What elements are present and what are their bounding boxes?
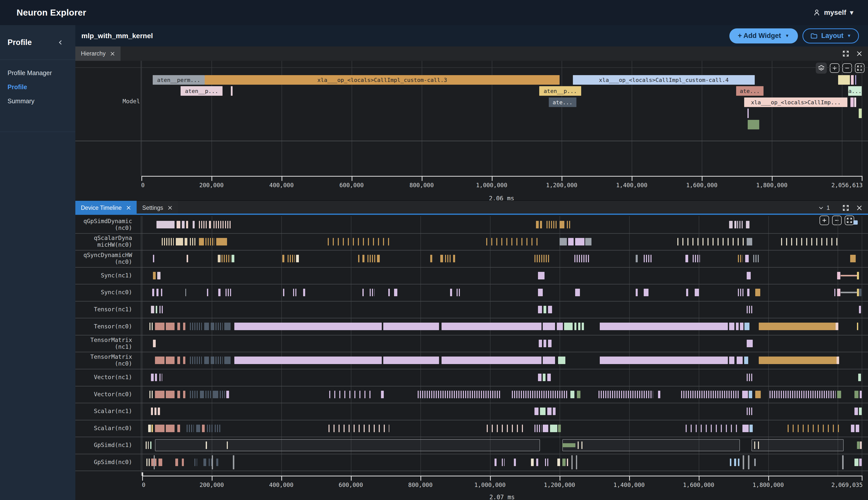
- timeline-event[interactable]: [548, 306, 552, 313]
- timeline-event[interactable]: [148, 425, 151, 432]
- timeline-event[interactable]: [377, 255, 380, 262]
- timeline-event[interactable]: [837, 356, 839, 364]
- timeline-event[interactable]: [749, 391, 752, 398]
- tab-settings[interactable]: Settings: [137, 201, 178, 215]
- zoom-out-button[interactable]: [832, 216, 842, 225]
- timeline-event[interactable]: [224, 322, 231, 330]
- timeline-event[interactable]: [183, 391, 185, 398]
- timeline-event[interactable]: [199, 238, 204, 246]
- timeline-event[interactable]: [854, 408, 858, 415]
- timeline-event[interactable]: [282, 255, 284, 262]
- timeline-event[interactable]: [747, 238, 752, 246]
- timeline-event[interactable]: [744, 322, 749, 330]
- timeline-event[interactable]: [576, 455, 577, 469]
- timeline-event[interactable]: [759, 322, 836, 330]
- timeline-event[interactable]: [154, 408, 157, 415]
- timeline-event[interactable]: [196, 425, 200, 432]
- timeline-event[interactable]: [186, 221, 188, 228]
- timeline-event[interactable]: [328, 238, 389, 246]
- timeline-event[interactable]: [837, 272, 841, 280]
- timeline-event[interactable]: [190, 356, 202, 364]
- timeline-event[interactable]: [575, 322, 576, 330]
- timeline-event[interactable]: [160, 374, 162, 381]
- timeline-bar[interactable]: [854, 98, 856, 107]
- timeline-event[interactable]: [177, 356, 180, 364]
- timeline-event[interactable]: [850, 255, 856, 262]
- timeline-event[interactable]: [539, 340, 542, 347]
- timeline-event[interactable]: [149, 391, 153, 398]
- collapse-rows-control[interactable]: 1: [818, 204, 830, 211]
- fit-view-button[interactable]: [845, 216, 854, 225]
- timeline-event[interactable]: [204, 322, 209, 330]
- timeline-event[interactable]: [859, 306, 861, 313]
- timeline-event[interactable]: [183, 356, 185, 364]
- timeline-bar[interactable]: xla___op_<locals>CallImp...: [744, 98, 847, 107]
- timeline-event[interactable]: [859, 289, 861, 296]
- timeline-event[interactable]: [729, 356, 734, 364]
- timeline-event[interactable]: [540, 221, 542, 228]
- timeline-bar[interactable]: [748, 109, 749, 118]
- timeline-event[interactable]: [543, 356, 555, 364]
- timeline-event[interactable]: [182, 221, 185, 228]
- timeline-event[interactable]: [150, 442, 152, 449]
- timeline-event[interactable]: [738, 458, 739, 466]
- timeline-event[interactable]: [600, 322, 728, 330]
- expand-panel-icon[interactable]: [842, 205, 849, 211]
- timeline-event[interactable]: [199, 221, 207, 228]
- timeline-event[interactable]: [736, 322, 739, 330]
- timeline-event[interactable]: [546, 221, 557, 228]
- user-menu[interactable]: myself ▼: [813, 9, 854, 16]
- timeline-event[interactable]: [190, 391, 198, 398]
- timeline-event[interactable]: [859, 458, 862, 466]
- timeline-bar[interactable]: [855, 75, 856, 85]
- timeline-event[interactable]: [578, 442, 579, 449]
- layers-icon[interactable]: [816, 62, 827, 73]
- timeline-event[interactable]: [183, 322, 185, 330]
- timeline-event[interactable]: [166, 425, 175, 432]
- tab-device-timeline[interactable]: Device Timeline: [76, 201, 137, 215]
- timeline-event[interactable]: [206, 391, 211, 398]
- timeline-event[interactable]: [582, 322, 584, 330]
- timeline-event[interactable]: [227, 442, 228, 449]
- timeline-bar[interactable]: xla___op_<locals>CallImpl_custom-call.3: [205, 75, 559, 85]
- timeline-event[interactable]: [155, 356, 164, 364]
- timeline-event[interactable]: [636, 255, 638, 262]
- timeline-event[interactable]: [681, 391, 740, 398]
- timeline-event[interactable]: [538, 306, 542, 313]
- timeline-event[interactable]: [860, 442, 862, 449]
- timeline-event[interactable]: [557, 458, 560, 466]
- timeline-event[interactable]: [557, 322, 563, 330]
- timeline-event[interactable]: [441, 322, 541, 330]
- timeline-event[interactable]: [538, 374, 542, 381]
- timeline-event[interactable]: [514, 458, 516, 466]
- timeline-event[interactable]: [216, 356, 223, 364]
- timeline-event[interactable]: [644, 289, 648, 296]
- timeline-event[interactable]: [575, 255, 589, 262]
- timeline-event[interactable]: [213, 391, 218, 398]
- timeline-event[interactable]: [166, 391, 175, 398]
- timeline-event[interactable]: [857, 289, 859, 296]
- timeline-event[interactable]: [543, 322, 555, 330]
- timeline-event[interactable]: [216, 458, 218, 466]
- timeline-event[interactable]: [729, 221, 733, 228]
- timeline-event[interactable]: [225, 289, 232, 296]
- timeline-event[interactable]: [187, 425, 194, 432]
- timeline-event[interactable]: [685, 255, 688, 262]
- timeline-event[interactable]: [544, 340, 546, 347]
- scrollbar-thumb[interactable]: [854, 220, 858, 225]
- timeline-event[interactable]: [857, 442, 860, 449]
- timeline-event[interactable]: [747, 340, 753, 347]
- timeline-event[interactable]: [755, 391, 761, 398]
- sidebar-item-profile-manager[interactable]: Profile Manager: [0, 66, 76, 80]
- timeline-event[interactable]: [636, 289, 638, 296]
- timeline-event[interactable]: [456, 289, 461, 296]
- timeline-event[interactable]: [577, 391, 580, 398]
- timeline-event[interactable]: [747, 306, 753, 313]
- timeline-event[interactable]: [329, 391, 374, 398]
- timeline-event[interactable]: [383, 322, 439, 330]
- timeline-event[interactable]: [224, 356, 231, 364]
- timeline-event[interactable]: [781, 238, 837, 246]
- timeline-event[interactable]: [155, 439, 540, 451]
- timeline-event[interactable]: [158, 408, 160, 415]
- timeline-bar[interactable]: [851, 75, 854, 85]
